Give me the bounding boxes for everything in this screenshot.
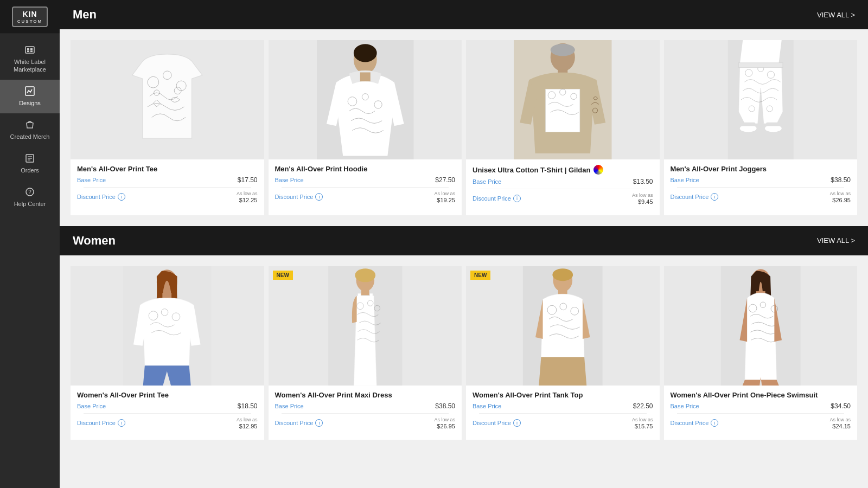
women-product-1-base-value: $18.50: [238, 402, 258, 410]
men-product-2-info: Men's All-Over Print Hoodie Base Price $…: [269, 159, 462, 207]
sidebar-item-orders[interactable]: Orders: [0, 147, 60, 181]
women-product-4-discount-row: Discount Price i As low as $24.15: [671, 417, 851, 429]
men-product-4[interactable]: Men's All-Over Print Joggers Base Price …: [664, 40, 858, 215]
men-product-2-base-price-row: Base Price $27.50: [275, 176, 456, 184]
women-product-3-new-badge: NEW: [470, 271, 490, 280]
men-product-4-discount-value: As low as $26.95: [829, 191, 851, 203]
women-product-1-divider: [84, 413, 251, 414]
women-view-all-link[interactable]: VIEW ALL >: [817, 236, 855, 245]
women-product-3-base-value: $22.50: [633, 402, 653, 410]
men-view-all-link[interactable]: VIEW ALL >: [817, 11, 855, 19]
men-product-3-info-icon[interactable]: i: [513, 195, 521, 202]
svg-rect-29: [546, 89, 580, 132]
women-product-4-name: Women's All-Over Print One-Piece Swimsui…: [671, 391, 851, 399]
men-product-1-discount-row: Discount Price i As low as $12.25: [77, 191, 258, 203]
marketplace-icon: [25, 45, 35, 56]
women-product-2-info: Women's All-Over Print Maxi Dress Base P…: [269, 386, 462, 433]
men-product-3-divider: [479, 189, 647, 189]
men-product-1-divider: [84, 187, 251, 188]
women-product-4-base-label: Base Price: [671, 403, 699, 409]
sidebar-logo[interactable]: KIN CUSTOM: [0, 0, 60, 34]
women-product-3-discount-row: Discount Price i As low as $15.75: [473, 417, 653, 429]
men-product-4-image: [664, 40, 858, 159]
svg-rect-21: [360, 72, 370, 81]
sidebar-label-help-center: Help Center: [14, 201, 46, 208]
women-product-2-new-badge: NEW: [273, 271, 293, 280]
men-product-1-base-price-row: Base Price $17.50: [77, 176, 258, 184]
men-product-1-base-value: $17.50: [238, 176, 258, 184]
svg-rect-4: [30, 50, 33, 52]
sidebar-nav: White Label Marketplace Designs Created …: [0, 34, 60, 214]
svg-rect-44: [766, 123, 780, 126]
men-product-4-info-icon[interactable]: i: [711, 193, 718, 201]
women-product-2-base-value: $38.50: [435, 402, 455, 410]
women-product-1-base-label: Base Price: [77, 403, 106, 409]
sidebar-label-white-label: White Label Marketplace: [4, 59, 55, 73]
women-product-2-divider: [282, 413, 449, 414]
men-product-3[interactable]: Unisex Ultra Cotton T-Shirt | Gildan Bas…: [466, 40, 660, 215]
men-product-2[interactable]: Men's All-Over Print Hoodie Base Price $…: [269, 40, 462, 215]
men-product-2-discount-value: As low as $19.25: [434, 191, 455, 203]
help-icon: ?: [25, 187, 35, 198]
men-product-4-discount-label: Discount Price i: [671, 193, 719, 201]
men-product-1[interactable]: Men's All-Over Print Tee Base Price $17.…: [71, 40, 264, 215]
women-product-4-info-icon[interactable]: i: [711, 419, 718, 427]
men-products-grid: Men's All-Over Print Tee Base Price $17.…: [60, 29, 868, 226]
orders-icon: [25, 153, 35, 165]
men-section-header: Men VIEW ALL >: [60, 0, 868, 29]
women-product-1[interactable]: Women's All-Over Print Tee Base Price $1…: [71, 266, 264, 440]
women-product-4-discount-value: As low as $24.15: [829, 417, 851, 429]
svg-rect-1: [27, 48, 29, 50]
men-product-4-base-label: Base Price: [671, 177, 699, 183]
svg-text:?: ?: [28, 189, 31, 195]
svg-rect-55: [358, 293, 360, 304]
women-product-2-info-icon[interactable]: i: [315, 419, 323, 427]
women-product-1-base-price-row: Base Price $18.50: [77, 402, 258, 410]
men-product-1-image: [71, 40, 264, 159]
men-product-3-discount-row: Discount Price i As low as $9.45: [473, 192, 653, 205]
men-product-4-discount-row: Discount Price i As low as $26.95: [671, 191, 851, 203]
sidebar-item-created-merch[interactable]: Created Merch: [0, 113, 60, 147]
sidebar-item-white-label[interactable]: White Label Marketplace: [0, 38, 60, 79]
men-product-2-divider: [282, 187, 449, 188]
women-product-2-discount-row: Discount Price i As low as $26.95: [275, 417, 456, 429]
men-product-1-info-icon[interactable]: i: [118, 193, 125, 201]
men-product-1-name: Men's All-Over Print Tee: [77, 165, 258, 173]
svg-rect-56: [369, 293, 372, 304]
women-product-2[interactable]: NEW: [269, 266, 462, 440]
men-product-4-divider: [677, 187, 845, 188]
sidebar-label-orders: Orders: [21, 167, 39, 174]
svg-rect-54: [361, 290, 369, 295]
women-product-4-info: Women's All-Over Print One-Piece Swimsui…: [664, 386, 858, 433]
men-product-3-base-value: $13.50: [633, 178, 653, 185]
svg-point-53: [355, 268, 375, 282]
women-product-3[interactable]: NEW: [466, 266, 660, 440]
men-section-title: Men: [73, 8, 97, 22]
women-product-4-divider: [677, 413, 845, 414]
sidebar-item-designs[interactable]: Designs: [0, 80, 60, 113]
women-product-4[interactable]: Women's All-Over Print One-Piece Swimsui…: [664, 266, 858, 440]
svg-rect-43: [741, 123, 755, 126]
men-product-3-base-price-row: Base Price $13.50: [473, 178, 653, 185]
men-product-2-base-value: $27.50: [435, 176, 455, 184]
svg-rect-40: [738, 63, 782, 68]
men-product-2-name: Men's All-Over Print Hoodie: [275, 165, 456, 173]
women-product-3-info: Women's All-Over Print Tank Top Base Pri…: [466, 386, 660, 433]
men-product-3-info: Unisex Ultra Cotton T-Shirt | Gildan Bas…: [466, 159, 660, 209]
logo-custom: CUSTOM: [17, 19, 43, 24]
men-product-4-base-value: $38.50: [831, 176, 851, 184]
men-product-4-name: Men's All-Over Print Joggers: [671, 165, 851, 173]
women-product-3-info-icon[interactable]: i: [513, 419, 521, 427]
sidebar-item-help-center[interactable]: ? Help Center: [0, 181, 60, 214]
women-product-3-base-label: Base Price: [473, 403, 501, 409]
svg-rect-0: [25, 47, 34, 53]
men-product-2-info-icon[interactable]: i: [315, 193, 323, 201]
women-product-2-base-label: Base Price: [275, 403, 304, 409]
sidebar-label-created-merch: Created Merch: [10, 133, 50, 140]
men-product-4-base-price-row: Base Price $38.50: [671, 176, 851, 184]
gildan-color-icon: [593, 165, 603, 175]
created-merch-icon: [25, 120, 35, 131]
women-product-1-info-icon[interactable]: i: [118, 419, 125, 427]
women-section-title: Women: [73, 234, 116, 248]
women-product-3-name: Women's All-Over Print Tank Top: [473, 391, 653, 399]
